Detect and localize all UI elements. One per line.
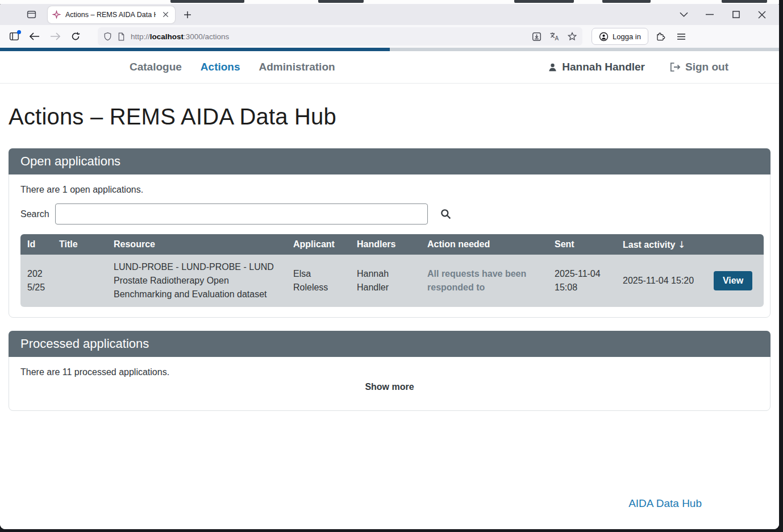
- column-header-resource[interactable]: Resource: [107, 234, 286, 255]
- shield-icon[interactable]: [103, 32, 112, 41]
- sign-out-icon: [670, 63, 681, 72]
- url-scheme: http://: [131, 32, 150, 41]
- column-header-applicant[interactable]: Applicant: [286, 234, 350, 255]
- column-header-action-needed[interactable]: Action needed: [420, 234, 548, 255]
- back-icon[interactable]: [26, 28, 43, 45]
- background-window-text-fragment: [722, 0, 767, 3]
- nav-link-actions[interactable]: Actions: [201, 61, 240, 73]
- address-bar[interactable]: http://localhost:3000/actions A: [98, 27, 582, 45]
- cell-applicant: Elsa Roleless: [286, 255, 350, 307]
- browser-titlebar: Actions – REMS AIDA Data Hub: [0, 4, 779, 25]
- browser-tab[interactable]: Actions – REMS AIDA Data Hub: [48, 6, 175, 23]
- processed-applications-header: Processed applications: [9, 331, 770, 357]
- background-window-text-fragment: [170, 0, 244, 3]
- list-tabs-icon[interactable]: [23, 7, 40, 23]
- translate-icon[interactable]: A: [549, 32, 560, 41]
- url-path: :3000/actions: [184, 32, 229, 41]
- user-name: Hannah Handler: [562, 61, 645, 73]
- show-more-button[interactable]: Show more: [365, 382, 414, 392]
- person-icon: [548, 63, 557, 72]
- search-label: Search: [20, 209, 55, 219]
- background-window-text-fragment: [318, 0, 364, 3]
- open-applications-table: Id Title Resource Applicant Handlers Act…: [20, 234, 764, 307]
- nav-link-catalogue[interactable]: Catalogue: [130, 61, 182, 73]
- sort-descending-icon: ↓: [678, 239, 685, 250]
- open-applications-summary: There are 1 open applications.: [20, 185, 759, 195]
- close-window-icon[interactable]: [753, 7, 771, 22]
- sign-out-label: Sign out: [685, 61, 728, 73]
- column-header-sent[interactable]: Sent: [548, 234, 616, 255]
- cell-sent: 2025-11-04 15:08: [548, 255, 616, 307]
- view-button[interactable]: View: [714, 271, 752, 290]
- cell-resource: LUND-PROBE - LUND-PROBE - LUND Prostate …: [107, 255, 286, 307]
- column-header-handlers[interactable]: Handlers: [350, 234, 420, 255]
- column-header-title[interactable]: Title: [52, 234, 107, 255]
- cell-id: 2025/25: [20, 255, 52, 307]
- main-content: Actions – REMS AIDA Data Hub Open applic…: [0, 104, 779, 510]
- column-header-id[interactable]: Id: [20, 234, 52, 255]
- background-window-text-fragment: [602, 0, 651, 3]
- new-tab-icon[interactable]: [180, 7, 195, 23]
- url-host: localhost: [150, 32, 184, 41]
- nav-link-administration[interactable]: Administration: [259, 61, 335, 73]
- open-applications-header: Open applications: [9, 148, 770, 174]
- rems-favicon-icon: [52, 10, 61, 19]
- minimize-icon[interactable]: [701, 7, 719, 22]
- downloads-icon[interactable]: [532, 32, 542, 41]
- notification-dot: [17, 30, 21, 34]
- aida-data-hub-link[interactable]: AIDA Data Hub: [628, 497, 702, 509]
- page-title: Actions – REMS AIDA Data Hub: [9, 104, 770, 130]
- screen: Actions – REMS AIDA Data Hub: [0, 0, 783, 532]
- table-header-row: Id Title Resource Applicant Handlers Act…: [20, 234, 764, 255]
- firefox-view-icon[interactable]: [6, 28, 23, 45]
- page-viewport: Catalogue Actions Administration Hannah …: [0, 51, 779, 529]
- login-button-label: Logga in: [613, 32, 641, 41]
- page-info-icon[interactable]: [118, 32, 125, 41]
- page-footer: AIDA Data Hub: [9, 497, 770, 510]
- tab-overflow-chevron-icon[interactable]: [674, 7, 693, 22]
- close-tab-icon[interactable]: [160, 10, 170, 20]
- maximize-icon[interactable]: [727, 7, 745, 22]
- processed-applications-panel: Processed applications There are 11 proc…: [9, 331, 770, 411]
- url-text[interactable]: http://localhost:3000/actions: [131, 32, 532, 41]
- sign-out-link[interactable]: Sign out: [670, 61, 728, 73]
- site-navigation: Catalogue Actions Administration Hannah …: [0, 51, 779, 84]
- forward-icon: [47, 28, 64, 45]
- column-header-actions: [702, 234, 764, 255]
- search-row: Search: [20, 203, 759, 225]
- search-button[interactable]: [440, 209, 451, 219]
- bookmark-star-icon[interactable]: [568, 32, 577, 41]
- user-menu[interactable]: Hannah Handler: [548, 61, 645, 73]
- processed-applications-summary: There are 11 processed applications.: [20, 367, 759, 377]
- table-row: 2025/25 LUND-PROBE - LUND-PROBE - LUND P…: [20, 255, 764, 307]
- menu-icon[interactable]: [673, 28, 689, 44]
- search-input[interactable]: [55, 203, 428, 225]
- search-icon: [440, 209, 451, 219]
- browser-window: Actions – REMS AIDA Data Hub: [0, 4, 779, 529]
- account-icon: [599, 32, 609, 41]
- background-window-text-fragment: [514, 0, 574, 3]
- reload-icon[interactable]: [67, 28, 84, 45]
- extensions-icon[interactable]: [653, 28, 669, 44]
- cell-action-needed: All requests have been responded to: [420, 255, 548, 307]
- open-applications-panel: Open applications There are 1 open appli…: [9, 148, 770, 318]
- browser-toolbar: http://localhost:3000/actions A: [0, 25, 779, 48]
- background-window-sliver: [0, 0, 779, 4]
- svg-text:A: A: [555, 35, 559, 41]
- column-header-last-activity[interactable]: Last activity ↓: [616, 234, 702, 255]
- cell-last-activity: 2025-11-04 15:20: [616, 255, 702, 307]
- tab-title: Actions – REMS AIDA Data Hub: [65, 11, 156, 19]
- browser-login-button[interactable]: Logga in: [592, 28, 648, 45]
- cell-title: [52, 255, 107, 307]
- cell-handlers: Hannah Handler: [350, 255, 420, 307]
